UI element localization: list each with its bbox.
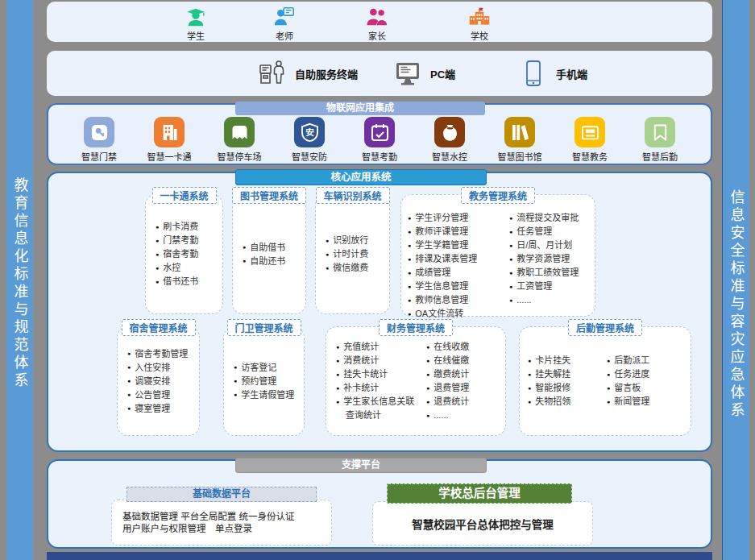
core-systems-panel: 核心应用系统 一卡通系统 刷卡消费门禁考勤宿舍考勤水控借书还书 图书管理系统 自…: [47, 172, 712, 452]
feature-list: 在线收缴在线催缴缴费统计退费管理退费统计......: [417, 340, 469, 422]
iot-tile-item: 智慧停车场: [209, 117, 269, 163]
kiosk-icon: [258, 59, 287, 88]
feature-item: ......: [426, 409, 469, 422]
feature-item: 寝室管理: [127, 402, 199, 416]
feature-list: 刷卡消费门禁考勤宿舍考勤水控借书还书: [146, 220, 222, 288]
iot-tile-label: 智慧考勤: [362, 150, 397, 163]
feature-item: 学生评分管理: [408, 211, 503, 225]
student-icon: [185, 6, 207, 28]
feature-item: 智能报修: [528, 381, 599, 395]
terminals-panel: 自助服务终端 PC端 手机端: [47, 51, 712, 96]
system-title: 后勤管理系统: [568, 319, 642, 336]
feature-item: 入住安排: [127, 361, 199, 375]
school-admin-box: 智慧校园平台总体把控与管理: [372, 501, 593, 545]
feature-item: 卡片挂失: [528, 354, 599, 367]
right-standards-bar: 信息安全标准与容灾应急体系: [722, 0, 749, 560]
feature-list: 卡片挂失挂失解挂智能报修失物招领: [520, 354, 599, 409]
base-platform-line2: 用户账户与权限管理 单点登录: [122, 523, 331, 535]
system-box-finance: 财务管理系统 充值统计消费统计挂失卡统计补卡统计学生家长信息关联查询统计 在线收…: [326, 326, 506, 436]
iot-tile-row: 智慧门禁 智慧一卡通 智慧停车场 安 智慧安防: [69, 117, 690, 163]
feature-item: 调寝安排: [127, 375, 199, 388]
feature-item: 任务管理: [509, 225, 579, 239]
iot-tile-item: 智慧图书馆: [490, 117, 550, 163]
feature-item: 缴费统计: [426, 367, 469, 381]
attendance-calendar-icon: [364, 117, 395, 147]
iot-tile-item: 智慧水控: [420, 117, 479, 163]
core-section-title: 核心应用系统: [235, 169, 487, 185]
terminal-label: PC端: [430, 66, 455, 81]
feature-list: 宿舍考勤管理入住安排调寝安排公告管理寝室管理: [118, 347, 199, 416]
system-title: 门卫管理系统: [226, 319, 301, 336]
user-role-label: 老师: [276, 29, 293, 42]
feature-item: 退费管理: [426, 381, 469, 395]
security-shield-icon: 安: [294, 117, 325, 147]
feature-list: 学生评分管理教师评课管理学生学籍管理排课及课表管理成绩管理学生信息管理教师信息管…: [401, 211, 503, 321]
user-role-label: 家长: [368, 29, 386, 42]
iot-tile-item: 智慧后勤: [630, 117, 690, 163]
feature-item: 工资管理: [509, 280, 579, 293]
feature-item: 微信缴费: [326, 261, 389, 275]
feature-item: 充值统计: [336, 340, 417, 354]
feature-item: 消费统计: [336, 354, 417, 367]
system-title: 车辆识别系统: [315, 187, 389, 204]
feature-item: 学生学籍管理: [408, 239, 503, 252]
feature-item: ......: [509, 293, 579, 307]
iot-tile-label: 智慧图书馆: [498, 150, 542, 163]
feature-item: 补卡统计: [336, 381, 417, 395]
svg-text:安: 安: [305, 127, 314, 136]
feature-list: 流程提交及审批任务管理日/周、月计划教学资源管理教职工绩效管理工资管理.....…: [503, 211, 579, 321]
system-box-dorm: 宿舍管理系统 宿舍考勤管理入住安排调寝安排公告管理寝室管理: [117, 326, 200, 436]
feature-item: 流程提交及审批: [509, 211, 579, 225]
feature-columns: 学生评分管理教师评课管理学生学籍管理排课及课表管理成绩管理学生信息管理教师信息管…: [401, 211, 595, 321]
system-title: 图书管理系统: [232, 187, 306, 204]
terminal-item: 手机端: [519, 59, 587, 88]
iot-tile-item: 智慧门禁: [69, 117, 129, 163]
iot-tile-item: 智慧一卡通: [139, 117, 199, 163]
iot-tile-label: 智慧停车场: [218, 150, 262, 163]
feature-item: 访客登记: [234, 361, 304, 375]
feature-list: 识别放行计时计费微信缴费: [316, 234, 389, 275]
feature-item: 宿舍考勤管理: [127, 347, 199, 361]
system-title: 宿舍管理系统: [121, 319, 195, 336]
logistics-bookmark-icon: [645, 117, 675, 147]
feature-item: 计时计费: [326, 247, 389, 261]
bottom-strip: [47, 552, 712, 560]
base-data-platform-title: 基础数据平台: [127, 487, 317, 502]
right-standards-label: 信息安全标准与容灾应急体系: [726, 189, 747, 420]
feature-item: 教学资源管理: [509, 252, 579, 266]
base-data-platform-box: 基础数据管理 平台全局配置 统一身份认证 用户账户与权限管理 单点登录: [111, 500, 332, 545]
support-platform-panel: 支撑平台 基础数据平台 基础数据管理 平台全局配置 统一身份认证 用户账户与权限…: [47, 459, 712, 549]
smart-campus-architecture-diagram: 教育信息化标准与规范体系 信息安全标准与容灾应急体系 学生 老师 家长 学: [0, 0, 755, 560]
iot-tile-label: 智慧水控: [432, 150, 467, 163]
parents-icon: [366, 6, 388, 28]
iot-tile-item: 智慧考勤: [350, 117, 409, 163]
feature-item: 日/周、月计划: [509, 239, 579, 252]
feature-item: 新闻管理: [607, 395, 649, 409]
iot-tile-label: 智慧门禁: [81, 150, 117, 163]
iot-tile-label: 智慧后勤: [642, 150, 678, 163]
feature-item: 学生信息管理: [408, 280, 503, 293]
feature-item: 挂失解挂: [528, 367, 599, 381]
feature-item: 教职工绩效管理: [509, 266, 579, 280]
feature-list: 自助借书自助还书: [233, 241, 305, 268]
system-title: 教务管理系统: [461, 187, 535, 204]
system-box-logistics: 后勤管理系统 卡片挂失挂失解挂智能报修失物招领 后勤派工任务进度留言板新闻管理: [519, 326, 691, 436]
parking-icon: [224, 117, 255, 147]
system-box-academic: 教务管理系统 学生评分管理教师评课管理学生学籍管理排课及课表管理成绩管理学生信息…: [400, 194, 595, 317]
system-box-onecard: 一卡通系统 刷卡消费门禁考勤宿舍考勤水控借书还书: [145, 194, 223, 314]
support-section-title: 支撑平台: [235, 458, 487, 473]
school-admin-title: 学校总后台管理: [387, 483, 572, 504]
feature-item: 学生请假管理: [234, 388, 304, 402]
feature-item: 学生家长信息关联查询统计: [336, 395, 417, 422]
base-platform-line1: 基础数据管理 平台全局配置 统一身份认证: [122, 511, 331, 523]
feature-item: 教师信息管理: [408, 293, 503, 307]
feature-item: 后勤派工: [607, 354, 649, 367]
iot-section-title: 物联网应用集成: [235, 102, 485, 115]
left-standards-label: 教育信息化标准与规范体系: [10, 177, 31, 390]
feature-item: 自助借书: [243, 241, 305, 255]
school-icon: [468, 6, 491, 28]
academic-affairs-icon: [575, 117, 605, 147]
feature-item: 借书还书: [156, 275, 222, 288]
iot-tile-label: 智慧一卡通: [147, 150, 192, 163]
feature-item: 预约管理: [234, 375, 304, 388]
